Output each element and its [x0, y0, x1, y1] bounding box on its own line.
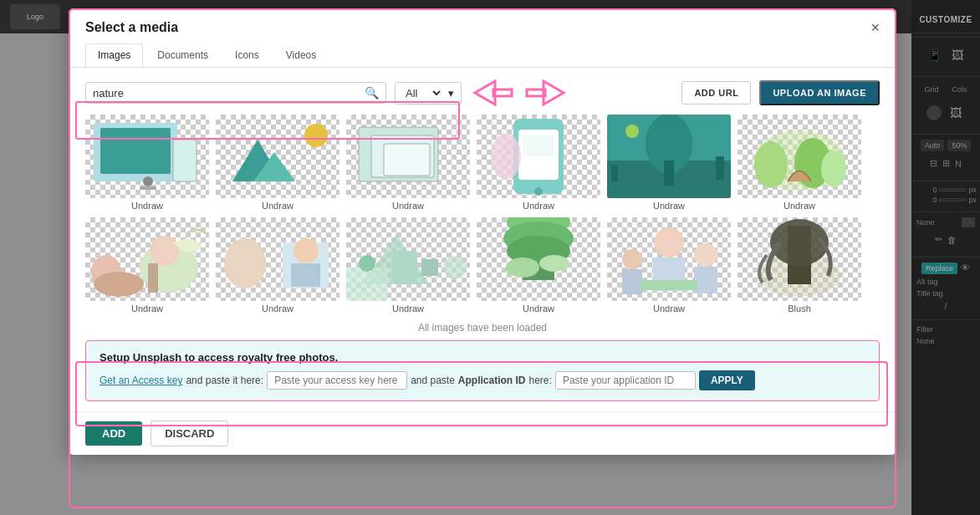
image-label: Undraw — [131, 201, 163, 211]
svg-rect-67 — [694, 267, 717, 293]
svg-point-33 — [754, 141, 788, 188]
image-label: Undraw — [653, 303, 685, 314]
svg-rect-30 — [716, 156, 724, 180]
image-label: Undraw — [392, 201, 424, 211]
filter-select-wrap: All PNG JPG GIF SVG ▾ — [395, 82, 462, 105]
arrow-right-annotation — [523, 78, 569, 108]
desc-part2: and paste it here: — [186, 375, 263, 386]
search-button[interactable]: 🔍 — [365, 86, 379, 99]
modal-footer: ADD DISCARD — [69, 411, 896, 455]
image-label: Undraw — [262, 201, 293, 211]
svg-point-44 — [293, 238, 319, 263]
image-cell[interactable]: Undraw — [607, 217, 731, 314]
svg-point-64 — [622, 249, 642, 269]
svg-point-66 — [694, 243, 717, 267]
search-input[interactable] — [93, 87, 365, 99]
image-cell[interactable]: Undraw — [607, 115, 731, 211]
svg-marker-0 — [475, 81, 495, 105]
image-cell[interactable]: Undraw — [85, 115, 209, 211]
filter-dropdown[interactable]: All PNG JPG GIF SVG — [402, 86, 443, 100]
image-label: Undraw — [653, 201, 685, 211]
search-input-wrap: 🔍 — [85, 82, 386, 104]
image-cell[interactable]: Blush — [738, 217, 861, 314]
svg-point-35 — [821, 150, 846, 187]
svg-point-23 — [491, 133, 521, 180]
svg-point-41 — [94, 272, 144, 297]
image-cell[interactable]: Undraw — [346, 115, 470, 211]
modal-title: Select a media — [85, 20, 178, 35]
image-label: Undraw — [131, 303, 163, 314]
svg-point-59 — [506, 258, 539, 278]
tab-videos[interactable]: Videos — [273, 43, 329, 67]
image-label: Undraw — [783, 201, 815, 211]
svg-point-62 — [654, 227, 684, 258]
svg-point-50 — [359, 255, 375, 272]
unsplash-title: Setup Unsplash to access royalty free ph… — [100, 351, 865, 364]
all-loaded-text: All images have been loaded — [69, 314, 896, 340]
select-media-modal: Select a media × Images Documents Icons … — [69, 8, 896, 455]
modal-close-button[interactable]: × — [870, 20, 880, 35]
svg-point-53 — [443, 256, 467, 279]
svg-point-38 — [150, 236, 180, 266]
app-id-input[interactable] — [555, 371, 696, 390]
image-cell[interactable]: Undraw — [85, 217, 209, 314]
image-cell[interactable]: Undraw — [477, 217, 600, 314]
tab-documents[interactable]: Documents — [145, 43, 221, 67]
svg-rect-17 — [384, 144, 430, 176]
image-label: Undraw — [262, 303, 293, 314]
add-button[interactable]: ADD — [85, 421, 142, 446]
unsplash-setup-box: Setup Unsplash to access royalty free ph… — [85, 340, 880, 401]
svg-point-13 — [304, 124, 328, 147]
add-url-button[interactable]: ADD URL — [681, 81, 751, 105]
svg-rect-51 — [392, 251, 417, 284]
discard-button[interactable]: DISCARD — [151, 421, 228, 446]
image-label: Undraw — [523, 201, 554, 211]
image-label: Blush — [788, 303, 811, 314]
svg-rect-65 — [622, 269, 642, 294]
image-thumb — [85, 115, 209, 198]
access-key-link[interactable]: Get an Access key — [100, 375, 182, 386]
search-bar-row: 🔍 All PNG JPG GIF SVG ▾ — [69, 68, 896, 115]
svg-rect-9 — [173, 140, 197, 181]
svg-rect-29 — [611, 165, 618, 181]
image-thumb — [346, 217, 470, 301]
image-cell[interactable]: Undraw — [346, 217, 470, 314]
svg-point-7 — [143, 176, 153, 186]
image-cell[interactable]: Undraw — [477, 115, 600, 211]
svg-rect-8 — [140, 186, 156, 190]
access-key-input[interactable] — [267, 371, 407, 390]
tab-images[interactable]: Images — [85, 43, 143, 67]
chevron-down-icon: ▾ — [448, 87, 454, 99]
image-label: Undraw — [523, 303, 554, 314]
upload-image-button[interactable]: UPLOAD AN IMAGE — [759, 80, 880, 105]
image-label: Undraw — [392, 303, 424, 314]
image-thumb — [85, 217, 209, 301]
image-thumb — [477, 115, 600, 198]
app-id-label: Application ID — [458, 375, 526, 386]
image-thumb — [738, 115, 861, 198]
image-thumb — [738, 217, 861, 301]
svg-rect-45 — [291, 263, 320, 287]
image-thumb — [216, 217, 339, 301]
image-thumb — [346, 115, 470, 198]
arrow-left-annotation — [470, 78, 515, 108]
image-grid: Undraw Undraw — [85, 115, 880, 314]
image-cell[interactable]: Undraw — [216, 115, 339, 211]
image-grid-wrap: Undraw Undraw — [69, 115, 896, 314]
svg-rect-49 — [346, 268, 388, 301]
svg-point-21 — [534, 187, 543, 196]
apply-button[interactable]: APPLY — [699, 370, 755, 390]
svg-rect-6 — [100, 128, 171, 174]
image-cell[interactable]: Undraw — [738, 115, 861, 211]
modal-header: Select a media × — [69, 8, 896, 43]
image-cell[interactable]: Undraw — [216, 217, 339, 314]
svg-point-28 — [625, 125, 639, 138]
svg-point-46 — [224, 238, 266, 288]
svg-marker-3 — [544, 81, 564, 105]
svg-point-60 — [539, 255, 569, 272]
tab-icons[interactable]: Icons — [222, 43, 272, 67]
svg-rect-68 — [641, 280, 697, 290]
image-thumb — [216, 115, 339, 198]
image-thumb — [477, 217, 600, 301]
svg-rect-22 — [523, 135, 554, 156]
